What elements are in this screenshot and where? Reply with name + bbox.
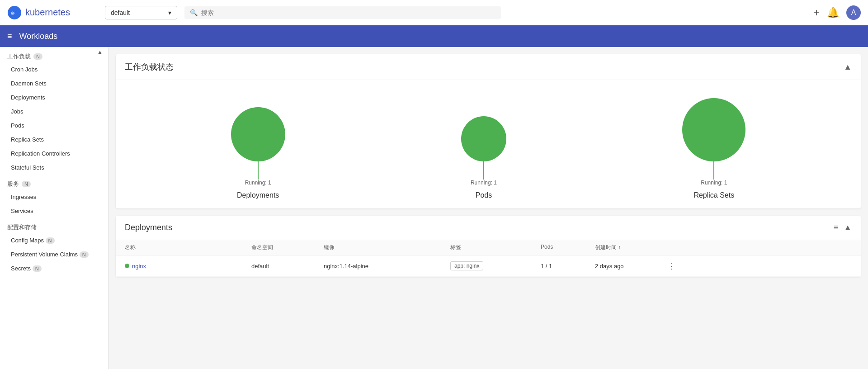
label-tag: app: nginx bbox=[450, 261, 483, 270]
namespace-selector[interactable]: default ▾ bbox=[105, 6, 177, 19]
sidebar-item-stateful-sets[interactable]: Stateful Sets bbox=[0, 161, 108, 175]
sidebar-item-pods[interactable]: Pods bbox=[0, 118, 108, 132]
col-header-created[interactable]: 创建时间 ↑ bbox=[595, 244, 667, 251]
replica-sets-circle-name: Replica Sets bbox=[693, 191, 734, 199]
deployments-table-title: Deployments bbox=[125, 223, 172, 232]
workload-badge: N bbox=[33, 53, 42, 60]
deployments-table-card: Deployments ≡ ▲ 名称 命名空间 镜像 标签 Pods 创建时间 … bbox=[116, 216, 861, 277]
table-col-headers: 名称 命名空间 镜像 标签 Pods 创建时间 ↑ bbox=[116, 240, 861, 255]
kubernetes-logo-icon: ⎈ bbox=[7, 5, 22, 20]
sidebar-item-secrets[interactable]: Secrets N bbox=[0, 261, 108, 275]
sidebar-item-jobs[interactable]: Jobs bbox=[0, 104, 108, 118]
add-icon[interactable]: + bbox=[813, 6, 820, 19]
topbar: ⎈ kubernetes default ▾ 🔍 + 🔔 A bbox=[0, 0, 868, 25]
workloads-header: ≡ Workloads bbox=[0, 25, 868, 47]
status-dot-running bbox=[125, 264, 129, 268]
deployments-circle bbox=[231, 107, 285, 161]
circle-deployments: Running: 1 Deployments bbox=[231, 107, 285, 199]
pvc-badge: N bbox=[80, 251, 89, 258]
table-row: nginx default nginx:1.14-alpine app: ngi… bbox=[116, 255, 861, 277]
cell-label: app: nginx bbox=[450, 261, 541, 270]
sidebar-section-workload: 工作负载 N bbox=[0, 47, 108, 62]
cell-image: nginx:1.14-alpine bbox=[324, 263, 450, 270]
sidebar-item-ingresses[interactable]: Ingresses bbox=[0, 190, 108, 204]
sidebar-item-services[interactable]: Services bbox=[0, 204, 108, 218]
pods-running-label: Running: 1 bbox=[471, 180, 497, 186]
workload-status-header: 工作负载状态 ▲ bbox=[116, 54, 861, 80]
sidebar-item-pvc[interactable]: Persistent Volume Claims N bbox=[0, 247, 108, 261]
workloads-title: Workloads bbox=[19, 32, 58, 41]
more-actions-icon[interactable]: ⋮ bbox=[667, 261, 675, 271]
sidebar-item-daemon-sets[interactable]: Daemon Sets bbox=[0, 76, 108, 90]
cell-name: nginx bbox=[125, 263, 251, 270]
config-maps-badge: N bbox=[46, 237, 55, 244]
circle-pods: Running: 1 Pods bbox=[461, 116, 506, 199]
col-header-image: 镜像 bbox=[324, 244, 450, 251]
deployments-circle-name: Deployments bbox=[237, 191, 279, 199]
sidebar-section-service-label: 服务 bbox=[7, 180, 19, 188]
cell-more-actions: ⋮ bbox=[667, 261, 685, 271]
workload-status-title: 工作负载状态 bbox=[125, 62, 174, 72]
status-circles-container: Running: 1 Deployments Running: 1 Pods bbox=[116, 80, 861, 208]
pods-circle-name: Pods bbox=[476, 191, 492, 199]
sidebar-item-config-maps[interactable]: Config Maps N bbox=[0, 233, 108, 247]
deployment-name-link[interactable]: nginx bbox=[132, 263, 146, 270]
logo-text: kubernetes bbox=[25, 7, 70, 18]
namespace-value: default bbox=[111, 9, 130, 16]
bell-icon[interactable]: 🔔 bbox=[827, 7, 839, 19]
secrets-badge: N bbox=[33, 265, 42, 272]
collapse-status-icon[interactable]: ▲ bbox=[844, 62, 852, 72]
svg-point-0 bbox=[8, 6, 21, 19]
search-icon: 🔍 bbox=[190, 9, 198, 16]
search-input[interactable] bbox=[201, 9, 495, 16]
deployments-running-label: Running: 1 bbox=[245, 180, 271, 186]
replica-sets-stem bbox=[713, 161, 714, 180]
pods-stem bbox=[483, 161, 484, 180]
collapse-table-icon[interactable]: ▲ bbox=[844, 223, 852, 232]
deployments-table-header: Deployments ≡ ▲ bbox=[116, 216, 861, 240]
svg-text:⎈: ⎈ bbox=[11, 9, 15, 16]
sidebar-section-service: 服务 N bbox=[0, 175, 108, 190]
col-header-name: 名称 bbox=[125, 244, 251, 251]
logo-area: ⎈ kubernetes bbox=[7, 5, 98, 20]
sidebar-item-replica-sets[interactable]: Replica Sets bbox=[0, 132, 108, 147]
col-header-namespace: 命名空间 bbox=[251, 244, 324, 251]
circle-deployments-container: Running: 1 bbox=[231, 107, 285, 186]
pods-circle bbox=[461, 116, 506, 161]
sidebar: ▲ 工作负载 N Cron Jobs Daemon Sets Deploymen… bbox=[0, 47, 108, 369]
main-layout: ▲ 工作负载 N Cron Jobs Daemon Sets Deploymen… bbox=[0, 47, 868, 369]
sidebar-item-cron-jobs[interactable]: Cron Jobs bbox=[0, 62, 108, 76]
workload-status-card: 工作负载状态 ▲ Running: 1 Deployments bbox=[116, 54, 861, 208]
deployments-stem bbox=[258, 161, 259, 180]
user-avatar[interactable]: A bbox=[846, 5, 861, 20]
chevron-down-icon: ▾ bbox=[168, 9, 171, 16]
topbar-actions: + 🔔 A bbox=[813, 5, 861, 20]
sidebar-section-config-label: 配置和存储 bbox=[7, 223, 37, 232]
sidebar-section-workload-label: 工作负载 bbox=[7, 52, 31, 61]
filter-icon[interactable]: ≡ bbox=[834, 223, 839, 232]
circle-pods-container: Running: 1 bbox=[461, 116, 506, 186]
sidebar-item-replication-controllers[interactable]: Replication Controllers bbox=[0, 147, 108, 161]
col-header-pods: Pods bbox=[541, 244, 595, 251]
col-header-label: 标签 bbox=[450, 244, 541, 251]
search-bar: 🔍 bbox=[184, 6, 501, 19]
replica-sets-running-label: Running: 1 bbox=[701, 180, 727, 186]
service-badge: N bbox=[22, 181, 31, 187]
cell-created: 2 days ago bbox=[595, 263, 667, 270]
circle-replica-sets-container: Running: 1 bbox=[682, 98, 745, 186]
hamburger-menu-icon[interactable]: ≡ bbox=[7, 32, 12, 41]
table-actions: ≡ ▲ bbox=[834, 223, 852, 232]
sidebar-section-config: 配置和存储 bbox=[0, 218, 108, 233]
sidebar-scroll-up-icon[interactable]: ▲ bbox=[95, 47, 104, 57]
main-content: 工作负载状态 ▲ Running: 1 Deployments bbox=[108, 47, 868, 369]
cell-namespace: default bbox=[251, 263, 324, 270]
circle-replica-sets: Running: 1 Replica Sets bbox=[682, 98, 745, 199]
col-header-actions bbox=[667, 244, 685, 251]
sidebar-item-deployments[interactable]: Deployments bbox=[0, 90, 108, 104]
cell-pods: 1 / 1 bbox=[541, 263, 595, 270]
replica-sets-circle bbox=[682, 98, 745, 161]
